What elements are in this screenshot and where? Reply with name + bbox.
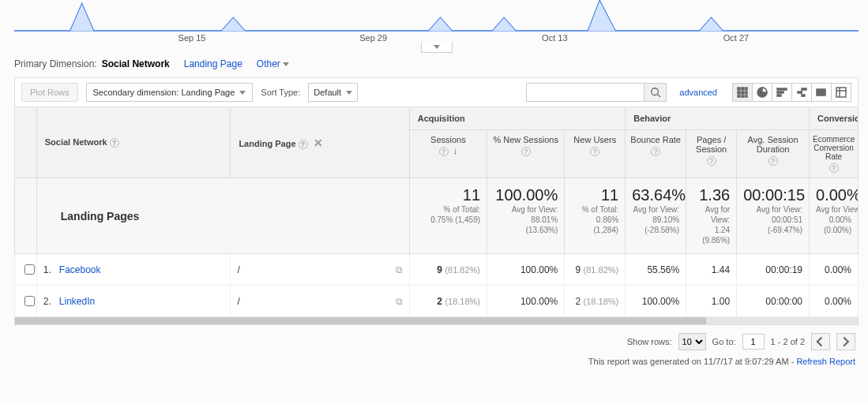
col-sessions[interactable]: Sessions ? xyxy=(409,130,487,178)
view-pivot-button[interactable] xyxy=(831,83,851,102)
cell-pps: 1.44 xyxy=(686,254,737,286)
cloud-icon xyxy=(816,87,827,98)
footer-text: This report was generated on 11/7/17 at … xyxy=(588,357,797,366)
group-behavior: Behavior xyxy=(626,107,810,130)
other-label: Other xyxy=(257,58,280,69)
horizontal-scrollbar[interactable] xyxy=(14,317,859,325)
help-icon[interactable]: ? xyxy=(651,147,660,156)
col-social-network[interactable]: Social Network ? xyxy=(36,107,231,178)
svg-rect-14 xyxy=(777,92,783,93)
goto-label: Go to: xyxy=(712,337,736,346)
chevron-down-icon xyxy=(346,91,352,95)
group-acquisition: Acquisition xyxy=(409,107,625,130)
comparison-icon xyxy=(796,87,807,98)
col-new-users[interactable]: New Users ? xyxy=(565,130,626,178)
aggregate-row: Landing Pages 11 % of Total: 0.75% (1,45… xyxy=(15,178,859,254)
refresh-report-link[interactable]: Refresh Report xyxy=(796,357,855,366)
search-icon xyxy=(650,87,661,98)
help-icon[interactable]: ? xyxy=(521,147,531,156)
view-table-button[interactable] xyxy=(732,83,753,102)
svg-point-1 xyxy=(652,88,659,95)
search-button[interactable] xyxy=(644,83,667,102)
help-icon[interactable]: ? xyxy=(768,156,778,166)
cell-sessions-pct: (81.82%) xyxy=(445,265,480,275)
remove-dimension-icon[interactable]: ✕ xyxy=(314,137,323,149)
svg-rect-4 xyxy=(742,88,744,90)
svg-rect-17 xyxy=(802,88,806,90)
svg-rect-15 xyxy=(777,95,781,96)
primary-dimension-landing-page[interactable]: Landing Page xyxy=(184,58,242,69)
cell-asd: 00:00:00 xyxy=(737,286,810,317)
xlabel: Oct 13 xyxy=(527,33,582,43)
show-rows-label: Show rows: xyxy=(627,337,672,346)
col-avg-session-duration[interactable]: Avg. Session Duration ? xyxy=(737,130,810,178)
group-conversions: Conversions xyxy=(810,107,859,130)
report-table: Social Network ? Landing Page ? ✕ Acquis… xyxy=(14,107,859,317)
view-performance-button[interactable] xyxy=(772,83,792,102)
row-landing-page: / xyxy=(237,264,239,275)
goto-input[interactable] xyxy=(742,334,765,350)
cell-new-users: 2 xyxy=(576,296,581,307)
col-landing-page[interactable]: Landing Page ? ✕ xyxy=(231,107,409,178)
help-icon[interactable]: ? xyxy=(707,156,716,166)
col-ecommerce-conversion-rate[interactable]: Ecommerce Conversion Rate ? xyxy=(810,130,859,178)
show-rows-select[interactable]: 10 xyxy=(678,333,706,350)
next-page-button[interactable] xyxy=(836,333,855,350)
svg-rect-6 xyxy=(738,92,740,94)
agg-new-users: 11 % of Total: 0.86% (1,284) xyxy=(565,178,626,254)
xlabel: Sep 29 xyxy=(346,33,401,43)
bars-icon xyxy=(776,87,787,98)
view-comparison-button[interactable] xyxy=(791,83,812,102)
view-term-cloud-button[interactable] xyxy=(811,83,832,102)
primary-dimension-active[interactable]: Social Network xyxy=(102,58,170,69)
row-index: 2. xyxy=(43,296,51,307)
plot-rows-button[interactable]: Plot Rows xyxy=(21,83,78,102)
prev-page-button[interactable] xyxy=(811,333,830,350)
primary-dimension-label: Primary Dimension: xyxy=(14,58,97,69)
open-link-icon[interactable]: ⧉ xyxy=(396,296,403,307)
search-input[interactable] xyxy=(526,83,644,102)
row-checkbox[interactable] xyxy=(24,264,35,275)
col-label: Social Network xyxy=(45,137,107,147)
open-link-icon[interactable]: ⧉ xyxy=(396,264,403,275)
sort-type-label: Sort Type: xyxy=(261,88,300,97)
svg-rect-5 xyxy=(746,88,747,90)
primary-dimension-other[interactable]: Other xyxy=(257,58,289,69)
table-search xyxy=(526,83,667,102)
svg-line-2 xyxy=(657,95,660,98)
agg-bounce: 63.64% Avg for View: 89.10% (-28.58%) xyxy=(626,178,686,254)
col-bounce-rate[interactable]: Bounce Rate ? xyxy=(626,130,686,178)
help-icon[interactable]: ? xyxy=(299,140,308,149)
svg-rect-3 xyxy=(738,88,740,90)
help-icon[interactable]: ? xyxy=(829,163,839,173)
sort-type-value: Default xyxy=(314,88,341,97)
row-primary-link[interactable]: Facebook xyxy=(59,264,101,275)
col-pct-new-sessions[interactable]: % New Sessions ? xyxy=(487,130,565,178)
help-icon[interactable]: ? xyxy=(110,138,119,148)
row-checkbox[interactable] xyxy=(24,296,35,306)
svg-rect-13 xyxy=(777,88,787,90)
advanced-link[interactable]: advanced xyxy=(679,88,717,97)
svg-rect-19 xyxy=(802,95,805,96)
svg-rect-10 xyxy=(742,95,744,97)
row-primary-link[interactable]: LinkedIn xyxy=(59,296,95,307)
table-row: 1. Facebook / ⧉ 9 (81.82%) 100.00% 9 (81… xyxy=(15,254,859,286)
agg-pps: 1.36 Avg for View: 1.24 (9.86%) xyxy=(686,178,737,254)
sort-type-dropdown[interactable]: Default xyxy=(308,83,358,102)
cell-new-users-pct: (18.18%) xyxy=(584,297,619,306)
help-icon[interactable]: ? xyxy=(439,147,449,156)
col-label: Landing Page xyxy=(239,139,295,148)
help-icon[interactable]: ? xyxy=(590,147,599,156)
select-all-header xyxy=(15,107,37,178)
secondary-dimension-dropdown[interactable]: Secondary dimension: Landing Page xyxy=(86,83,254,102)
view-pie-button[interactable] xyxy=(752,83,772,102)
collapse-chart-toggle[interactable] xyxy=(421,42,453,53)
agg-ecr: 0.00% Avg for View: 0.00% (0.00%) xyxy=(810,178,859,254)
report-footer: This report was generated on 11/7/17 at … xyxy=(14,354,859,366)
sort-desc-icon xyxy=(451,146,458,155)
svg-rect-8 xyxy=(746,92,747,94)
cell-sessions: 2 xyxy=(437,296,442,307)
svg-rect-21 xyxy=(819,89,821,95)
xlabel: Oct 27 xyxy=(708,33,764,43)
col-pages-session[interactable]: Pages / Session ? xyxy=(686,130,737,178)
